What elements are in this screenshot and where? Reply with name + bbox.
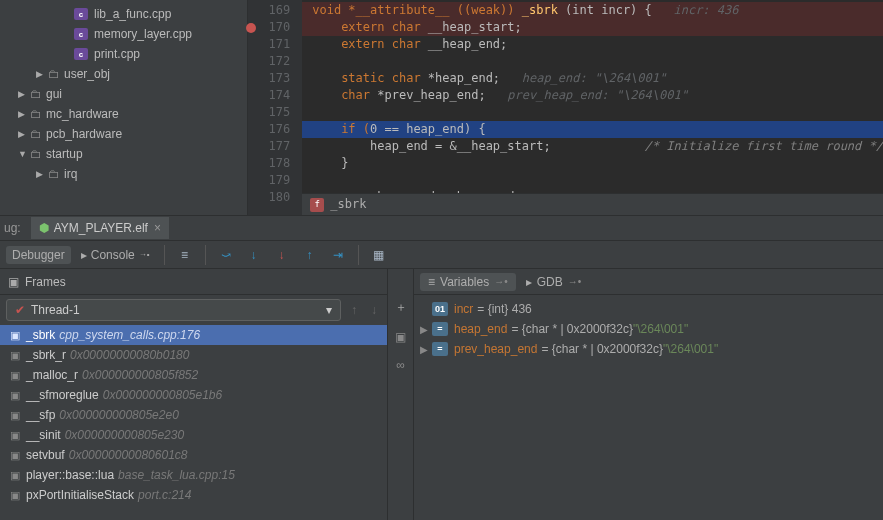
chevron-down-icon: ▼	[18, 149, 26, 159]
folder-icon: 🗀	[30, 87, 42, 101]
debug-toolbar: Debugger ▸Console→• ≡ ⤻ ↓ ↓ ↑ ⇥ ▦	[0, 241, 883, 269]
bug-icon: ⬢	[39, 221, 49, 235]
prev-frame-button[interactable]: ↑	[347, 303, 361, 317]
frame-item[interactable]: ▣__sfmoreglue0x000000000805e1b6	[0, 385, 387, 405]
frame-item[interactable]: ▣_malloc_r0x000000000805f852	[0, 365, 387, 385]
stack-icon: ▣	[10, 469, 20, 482]
tree-item[interactable]: clib_a_func.cpp	[0, 4, 247, 24]
frame-item[interactable]: ▣_sbrk_r0x00000000080b0180	[0, 345, 387, 365]
tab-title: AYM_PLAYER.elf	[54, 221, 148, 235]
evaluate-button[interactable]: ▦	[367, 244, 391, 266]
frames-list[interactable]: ▣_sbrkcpp_system_calls.cpp:176 ▣_sbrk_r0…	[0, 325, 387, 505]
folder-icon: 🗀	[30, 107, 42, 121]
frame-item[interactable]: ▣__sinit0x000000000805e230	[0, 425, 387, 445]
stack-icon: ▣	[10, 409, 20, 422]
variable-row[interactable]: ▶=prev_heap_end = {char * | 0x2000f32c} …	[420, 339, 877, 359]
tree-item[interactable]: ▶🗀user_obj	[0, 64, 247, 84]
chevron-down-icon: ▾	[326, 303, 332, 317]
chevron-right-icon[interactable]: ▶	[420, 324, 432, 335]
stack-icon: ▣	[10, 489, 20, 502]
variable-row[interactable]: 01incr = {int} 436	[420, 299, 877, 319]
thread-select[interactable]: ✔Thread-1 ▾	[6, 299, 341, 321]
tree-label: startup	[46, 147, 83, 161]
breadcrumb[interactable]: f_sbrk	[302, 193, 883, 215]
tree-label: mc_hardware	[46, 107, 119, 121]
code: _sbrk	[522, 3, 558, 17]
frame-item[interactable]: ▣pxPortInitialiseStackport.c:214	[0, 485, 387, 505]
cpp-icon: c	[74, 28, 88, 40]
tree-item[interactable]: cprint.cpp	[0, 44, 247, 64]
stack-icon: ▣	[10, 329, 20, 342]
stack-icon: ▣	[10, 429, 20, 442]
folder-icon: 🗀	[48, 167, 60, 181]
chevron-right-icon: ▶	[36, 69, 44, 79]
folder-icon: 🗀	[30, 147, 42, 161]
code-body[interactable]: void *__attribute__ ((weak)) _sbrk (int …	[302, 0, 883, 215]
current-line: if (0 == heap_end) {	[302, 121, 883, 138]
add-watch-button[interactable]: ＋	[391, 299, 411, 316]
frames-icon: ▣	[8, 275, 19, 289]
chevron-right-icon: ▶	[18, 109, 26, 119]
tree-item[interactable]: cmemory_layer.cpp	[0, 24, 247, 44]
chevron-right-icon: ▶	[36, 169, 44, 179]
tree-label: lib_a_func.cpp	[94, 7, 171, 21]
variables-panel: ≡Variables→• ▸GDB→• 01incr = {int} 436 ▶…	[414, 269, 883, 520]
tree-item[interactable]: ▶🗀mc_hardware	[0, 104, 247, 124]
stack-icon: ▣	[10, 369, 20, 382]
tree-item[interactable]: ▶🗀pcb_hardware	[0, 124, 247, 144]
next-frame-button[interactable]: ↓	[367, 303, 381, 317]
debug-tab[interactable]: ⬢ AYM_PLAYER.elf ×	[31, 217, 169, 239]
link-button[interactable]: ∞	[396, 358, 405, 372]
step-out-button[interactable]: ↑	[298, 244, 322, 266]
tree-label: gui	[46, 87, 62, 101]
console-icon: ▸	[81, 248, 87, 262]
memory-view-button[interactable]: ▣	[395, 330, 406, 344]
frame-item[interactable]: ▣player::base::luabase_task_lua.cpp:15	[0, 465, 387, 485]
tree-label: print.cpp	[94, 47, 140, 61]
run-to-cursor-button[interactable]: ⇥	[326, 244, 350, 266]
side-toolbar: ＋ ▣ ∞	[388, 269, 414, 520]
frames-header: ▣ Frames	[0, 269, 387, 295]
step-over-button[interactable]: ⤻	[214, 244, 238, 266]
frames-panel: ▣ Frames ✔Thread-1 ▾ ↑ ↓ ▣_sbrkcpp_syste…	[0, 269, 388, 520]
thread-name: Thread-1	[31, 303, 80, 317]
stack-icon: ▣	[10, 389, 20, 402]
close-icon[interactable]: ×	[154, 221, 161, 235]
function-icon: f	[310, 198, 324, 212]
check-icon: ✔	[15, 303, 25, 317]
tree-item[interactable]: ▶🗀irq	[0, 164, 247, 184]
chevron-right-icon[interactable]: ▶	[420, 344, 432, 355]
gdb-tab[interactable]: ▸GDB→•	[518, 273, 590, 291]
debugger-tab[interactable]: Debugger	[6, 246, 71, 264]
tree-label: pcb_hardware	[46, 127, 122, 141]
code-editor[interactable]: 169 170 171 172 173 174 175 176 177 178 …	[248, 0, 883, 215]
force-step-into-button[interactable]: ↓	[270, 244, 294, 266]
tree-item[interactable]: ▶🗀gui	[0, 84, 247, 104]
frame-item[interactable]: ▣_sbrkcpp_system_calls.cpp:176	[0, 325, 387, 345]
type-badge: 01	[432, 302, 448, 316]
breadcrumb-label: _sbrk	[330, 196, 366, 213]
frames-title: Frames	[25, 275, 66, 289]
code: void *__attribute__ ((weak))	[312, 3, 522, 17]
variable-row[interactable]: ▶=heap_end = {char * | 0x2000f32c} "\264…	[420, 319, 877, 339]
project-tree[interactable]: clib_a_func.cpp cmemory_layer.cpp cprint…	[0, 0, 248, 215]
variables-tab[interactable]: ≡Variables→•	[420, 273, 516, 291]
cpp-icon: c	[74, 48, 88, 60]
pin-icon: →•	[494, 276, 508, 287]
cpp-icon: c	[74, 8, 88, 20]
folder-icon: 🗀	[48, 67, 60, 81]
console-tab[interactable]: ▸Console→•	[75, 246, 156, 264]
folder-icon: 🗀	[30, 127, 42, 141]
frame-item[interactable]: ▣setvbuf0x00000000080601c8	[0, 445, 387, 465]
pin-icon: →•	[568, 276, 582, 287]
frame-item[interactable]: ▣__sfp0x000000000805e2e0	[0, 405, 387, 425]
tree-item[interactable]: ▼🗀startup	[0, 144, 247, 164]
settings-icon[interactable]: ≡	[173, 244, 197, 266]
type-badge: =	[432, 322, 448, 336]
stack-icon: ▣	[10, 449, 20, 462]
step-into-button[interactable]: ↓	[242, 244, 266, 266]
gutter: 169 170 171 172 173 174 175 176 177 178 …	[248, 0, 302, 215]
variables-list[interactable]: 01incr = {int} 436 ▶=heap_end = {char * …	[420, 299, 877, 359]
breakpoint-icon[interactable]	[246, 23, 256, 33]
stack-icon: ▣	[10, 349, 20, 362]
